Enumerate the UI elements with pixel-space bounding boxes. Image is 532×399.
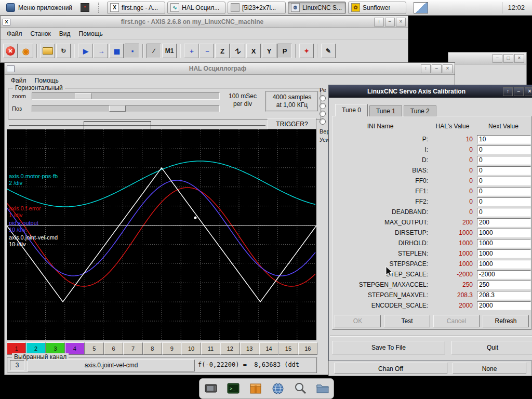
block-delete-button[interactable]: ∕ <box>147 44 161 58</box>
tab-tune-0[interactable]: Tune 0 <box>335 104 368 116</box>
radio-button-3[interactable] <box>320 118 326 125</box>
next-value-input[interactable] <box>477 229 531 237</box>
taskbar-task-2[interactable]: [5i23+2x7i... <box>228 2 286 14</box>
tab-tune-2[interactable]: Tune 2 <box>404 105 436 116</box>
terminal-icon[interactable]: >_ <box>226 381 241 396</box>
axis-menu-0[interactable]: Файл <box>3 29 26 38</box>
browser-globe-icon[interactable] <box>271 381 285 396</box>
channel-button-8[interactable]: 8 <box>143 342 162 355</box>
zoom-slider-handle[interactable] <box>75 93 91 99</box>
pos-slider-handle[interactable] <box>109 105 126 112</box>
scope-display[interactable]: axis.0.motor-pos-fb2 /divaxis.0.f-error1… <box>7 129 316 340</box>
calibration-minimize-button[interactable]: − <box>514 87 524 96</box>
axis-close-button[interactable]: × <box>396 18 406 26</box>
channel-button-11[interactable]: 11 <box>201 342 220 355</box>
channel-button-12[interactable]: 12 <box>220 342 240 355</box>
next-value-input[interactable] <box>477 291 531 300</box>
next-value-input[interactable] <box>477 218 531 227</box>
channel-button-14[interactable]: 14 <box>259 342 278 355</box>
radio-button-2[interactable] <box>320 111 326 117</box>
background-window-rollup-button[interactable]: − <box>493 54 502 63</box>
halscope-minimize-button[interactable]: − <box>432 64 442 73</box>
search-icon[interactable] <box>293 381 308 396</box>
file-manager-icon[interactable] <box>315 381 330 396</box>
next-value-input[interactable] <box>477 301 531 310</box>
next-value-input[interactable] <box>477 208 531 217</box>
record-position-indicator[interactable] <box>9 121 265 129</box>
background-window-minimize-button[interactable]: □ <box>503 54 513 63</box>
step-button[interactable]: → <box>94 44 108 58</box>
optional-stop-button[interactable]: M1 <box>162 44 177 58</box>
tab-tune-1[interactable]: Tune 1 <box>369 105 402 116</box>
channel-button-9[interactable]: 9 <box>162 342 181 355</box>
save-to-file-button[interactable]: Save To File <box>332 341 445 354</box>
view-x-button[interactable]: X <box>246 44 261 58</box>
next-value-input[interactable] <box>477 145 531 154</box>
halscope-close-button[interactable]: × <box>443 64 453 73</box>
channel-button-13[interactable]: 13 <box>240 342 259 355</box>
reload-button[interactable]: ↻ <box>56 44 71 58</box>
next-value-input[interactable] <box>477 249 531 258</box>
view-y-button[interactable]: Y <box>262 44 276 58</box>
next-value-input[interactable] <box>477 260 531 269</box>
calibration-close-button[interactable]: × <box>525 87 532 96</box>
stop-button[interactable]: ▪ <box>125 44 139 58</box>
next-value-input[interactable] <box>477 156 531 165</box>
quit-button[interactable]: Quit <box>451 341 532 354</box>
axis-minimize-button[interactable]: − <box>385 18 395 26</box>
calibration-rollup-button[interactable]: ↑ <box>503 87 513 96</box>
tools-button[interactable]: ✎ <box>321 44 336 58</box>
quick-launcher-button[interactable]: ▪ <box>78 2 91 14</box>
zoom-slider[interactable] <box>32 92 220 100</box>
next-value-input[interactable] <box>477 270 531 279</box>
background-window-close-button[interactable]: × <box>514 54 524 63</box>
open-file-button[interactable] <box>41 44 55 58</box>
record-view-box[interactable] <box>84 121 151 130</box>
halscope-titlebar[interactable]: HAL Осциллограф ↑−× <box>5 63 455 75</box>
run-button[interactable]: ▶ <box>78 44 92 58</box>
axis-titlebar[interactable]: X first.ngc - AXIS 2.6.8 on my_LinuxCNC_… <box>1 16 408 28</box>
zoom-out-button[interactable]: − <box>200 44 214 58</box>
taskbar-task-4[interactable]: ✿Sunflower <box>348 2 406 14</box>
channel-button-6[interactable]: 6 <box>104 342 123 355</box>
view-z-button[interactable]: Z <box>215 44 230 58</box>
taskbar-task-3[interactable]: ⚙LinuxCNC S... <box>288 2 346 14</box>
halscope-rollup-button[interactable]: ↑ <box>421 64 431 73</box>
trigger-source-none-button[interactable]: None <box>453 363 526 374</box>
taskbar-task-0[interactable]: Xfirst.ngc - A... <box>107 2 165 14</box>
radio-button-0[interactable] <box>320 95 326 101</box>
background-window-titlebar[interactable]: −□× <box>448 52 526 64</box>
next-value-input[interactable] <box>477 239 531 248</box>
package-icon[interactable] <box>248 381 263 396</box>
estop-button[interactable]: ◉ <box>19 44 33 58</box>
next-value-input[interactable] <box>477 135 531 144</box>
axis-menu-1[interactable]: Станок <box>26 29 55 38</box>
clear-plot-button[interactable]: ✦ <box>299 44 314 58</box>
axis-rollup-button[interactable]: ↑ <box>374 18 384 26</box>
channel-button-10[interactable]: 10 <box>181 342 201 355</box>
test-button[interactable]: Test <box>384 315 430 327</box>
channel-button-15[interactable]: 15 <box>278 342 298 355</box>
next-value-input[interactable] <box>477 281 531 289</box>
taskbar-task-1[interactable]: ∿HAL Осцил... <box>167 2 225 14</box>
tablet-icon[interactable] <box>204 381 218 396</box>
refresh-button[interactable]: Refresh <box>483 315 529 327</box>
pos-slider[interactable] <box>32 105 220 112</box>
next-value-input[interactable] <box>477 197 531 206</box>
channel-button-16[interactable]: 16 <box>298 342 317 355</box>
applications-menu-button[interactable]: Меню приложений <box>2 2 76 14</box>
selected-signal-button[interactable]: axis.0.joint-vel-cmd <box>28 360 195 371</box>
next-value-input[interactable] <box>477 166 531 175</box>
zoom-in-button[interactable]: + <box>184 44 198 58</box>
view-z-rot-button[interactable]: Z <box>231 44 245 58</box>
radio-button-1[interactable] <box>320 103 326 109</box>
next-value-input[interactable] <box>477 177 531 185</box>
chan-off-button[interactable]: Chan Off <box>334 363 447 374</box>
abort-button[interactable]: ✕ <box>3 44 18 58</box>
ok-button[interactable]: OK <box>335 315 381 327</box>
channel-button-7[interactable]: 7 <box>123 342 142 355</box>
calibration-titlebar[interactable]: LinuxCNC Servo Axis Calibration ↑−× <box>329 85 532 98</box>
axis-menu-3[interactable]: Помощь <box>75 29 107 38</box>
axis-menu-2[interactable]: Вид <box>55 29 75 38</box>
next-value-input[interactable] <box>477 187 531 196</box>
